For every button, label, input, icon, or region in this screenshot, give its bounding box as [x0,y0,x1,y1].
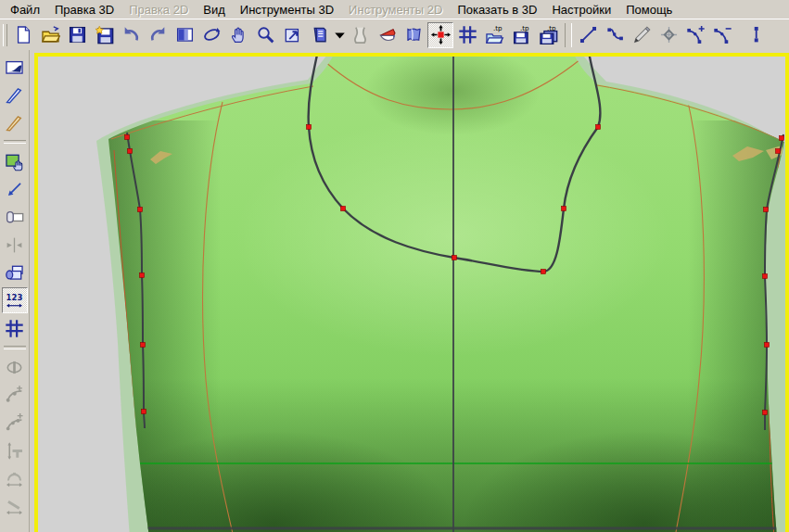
flag-icon [404,25,424,44]
svg-text:.tp: .tp [492,25,502,32]
left-armhole-point-1[interactable] [125,135,130,140]
remove-point-icon [713,25,732,44]
grab-surface-tool[interactable] [2,148,28,174]
knife-tan-tool[interactable] [2,109,28,135]
knife-blue-tool[interactable] [2,82,28,108]
redo-button[interactable] [145,22,171,48]
tp-open-icon: .tp [485,25,504,44]
right-armhole-point-3[interactable] [764,208,769,212]
line-tool-button[interactable] [575,22,601,48]
save-file-button[interactable] [64,22,90,48]
slope-width-tool [2,493,28,519]
arrow-tool[interactable] [2,176,28,202]
right-armhole-point-1[interactable] [780,136,784,141]
save-import-icon [95,25,114,44]
curve-add-gray-icon [5,386,24,405]
menu-tools-3d[interactable]: Инструменты 3D [233,1,341,19]
menu-edit-3d[interactable]: Правка 3D [47,1,121,19]
undo-button[interactable] [118,22,144,48]
zoom-button[interactable] [252,22,278,48]
arc-width-icon [5,469,24,488]
mannequin-button [347,22,373,48]
open-file-icon [41,25,60,44]
menu-view[interactable]: Вид [196,1,233,19]
tp-open-button[interactable]: .tp [481,22,507,48]
grid-icon [458,25,477,44]
3d-canvas[interactable] [34,53,789,532]
mirror-icon [5,235,24,255]
pattern-wedge-button[interactable] [374,22,400,48]
left-armhole-point-2[interactable] [128,149,133,154]
notebook-button[interactable] [306,22,332,48]
remove-point-button[interactable] [709,22,735,48]
split-view-icon [175,25,195,44]
neckline-point-1[interactable] [307,125,312,130]
left-armhole-point-6[interactable] [142,410,146,414]
menu-show-in-3d[interactable]: Показать в 3D [450,1,544,19]
import-save-button[interactable] [91,22,117,48]
add-point-icon [686,25,706,44]
left-armhole-point-5[interactable] [141,343,146,348]
separator [4,346,26,349]
knife-tan-icon [5,113,24,133]
curve-add-tool [2,382,28,408]
toolbar-grip [3,24,7,46]
notebook-icon [310,25,329,44]
grid-tool[interactable] [2,315,28,341]
curve-points-tool [2,410,28,436]
neckline-point-5[interactable] [562,207,566,211]
undo-icon [121,25,141,44]
rotate-view-icon [202,25,222,44]
cylinders-icon [5,263,24,283]
roller-icon [5,208,24,227]
new-file-button[interactable] [10,22,36,48]
measure-123-icon: 123 [5,291,24,310]
fabric-flag-button[interactable] [401,22,426,48]
cylinders-tool[interactable] [2,260,28,285]
tp-save-all-button[interactable]: .tp [535,22,561,48]
notebook-dropdown[interactable] [333,22,346,48]
rotate-view-button[interactable] [198,22,224,48]
right-armhole-point-2[interactable] [776,149,781,154]
neckline-point-6[interactable] [596,125,601,130]
menu-tools-2d: Инструменты 2D [341,1,450,19]
neckline-point-3[interactable] [452,256,457,260]
slope-width-icon [5,497,24,516]
svg-text:123: 123 [6,292,23,301]
knife-blue-icon [5,85,24,105]
flatten-tool[interactable] [2,204,28,230]
point-tool-icon [659,25,679,44]
arrow-sw-icon [5,180,24,199]
neckline-point-4[interactable] [541,270,546,274]
right-armhole-point-6[interactable] [763,411,768,415]
left-armhole-point-3[interactable] [138,208,143,212]
pan-button[interactable] [225,22,251,48]
zoom-icon [256,25,275,44]
edge-tool-button[interactable] [736,22,762,48]
pencil-button[interactable] [629,22,655,48]
tp-save-button[interactable]: .tp [508,22,534,48]
surface-select-tool[interactable] [2,54,28,80]
lens-tool [2,354,28,380]
clipped-tool-icon [740,25,759,44]
add-point-button[interactable] [682,22,708,48]
move-point-button[interactable] [427,22,453,48]
svg-text:.tp: .tp [519,25,528,32]
zoom-fit-button[interactable] [279,22,305,48]
grid-button[interactable] [454,22,480,48]
right-armhole-point-5[interactable] [765,343,770,348]
right-armhole-point-4[interactable] [763,274,768,279]
open-file-button[interactable] [37,22,63,48]
menu-file[interactable]: Файл [3,1,47,19]
separator [565,23,572,47]
split-view-button[interactable] [172,22,197,48]
curve-tool-button[interactable] [602,22,628,48]
left-armhole-point-4[interactable] [140,273,145,278]
point-tool-button[interactable] [655,22,681,48]
arc-width-tool [2,465,28,491]
menu-settings[interactable]: Настройки [544,1,618,19]
menu-help[interactable]: Помощь [618,1,680,19]
measure-tool[interactable]: 123 [2,287,28,313]
lens-icon [5,358,24,377]
neckline-point-2[interactable] [341,207,346,211]
